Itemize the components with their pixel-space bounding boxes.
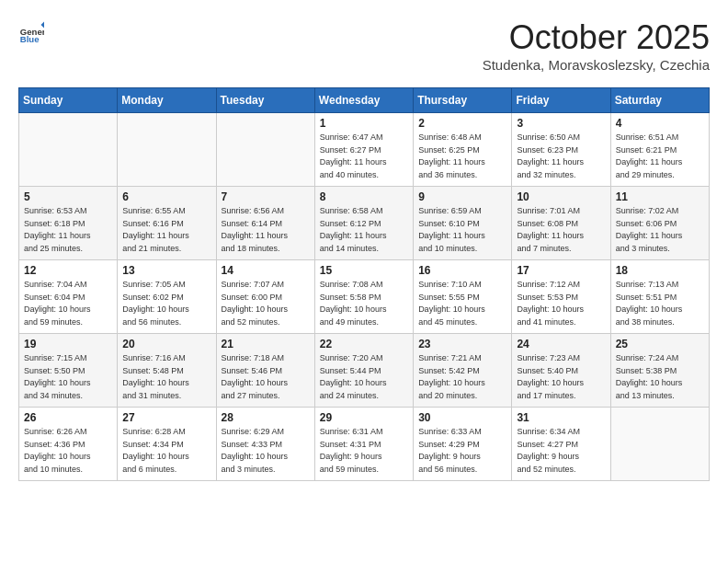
day-number: 12 [24, 264, 112, 277]
weekday-header: Saturday [610, 88, 709, 113]
calendar-cell: 20Sunrise: 7:16 AM Sunset: 5:48 PM Dayli… [118, 334, 216, 408]
title-block: October 2025 Studenka, Moravskoslezsky, … [483, 18, 710, 73]
calendar-cell: 14Sunrise: 7:07 AM Sunset: 6:00 PM Dayli… [216, 260, 314, 334]
day-number: 3 [517, 117, 605, 130]
calendar-cell: 16Sunrise: 7:10 AM Sunset: 5:55 PM Dayli… [414, 260, 512, 334]
day-number: 28 [222, 411, 310, 424]
weekday-header: Thursday [414, 88, 512, 113]
calendar-cell: 29Sunrise: 6:31 AM Sunset: 4:31 PM Dayli… [314, 408, 413, 481]
day-number: 31 [517, 411, 605, 424]
calendar-cell: 12Sunrise: 7:04 AM Sunset: 6:04 PM Dayli… [19, 260, 118, 334]
calendar-cell: 18Sunrise: 7:13 AM Sunset: 5:51 PM Dayli… [610, 260, 709, 334]
calendar-week-row: 26Sunrise: 6:26 AM Sunset: 4:36 PM Dayli… [19, 408, 710, 481]
day-info: Sunrise: 6:33 AM Sunset: 4:29 PM Dayligh… [418, 426, 506, 476]
day-info: Sunrise: 7:23 AM Sunset: 5:40 PM Dayligh… [517, 352, 605, 402]
weekday-header: Monday [118, 88, 216, 113]
calendar-cell: 24Sunrise: 7:23 AM Sunset: 5:40 PM Dayli… [512, 334, 610, 408]
day-number: 2 [418, 117, 506, 130]
day-number: 14 [222, 264, 310, 277]
calendar-week-row: 12Sunrise: 7:04 AM Sunset: 6:04 PM Dayli… [19, 260, 710, 334]
location-subtitle: Studenka, Moravskoslezsky, Czechia [483, 57, 710, 73]
calendar-cell: 8Sunrise: 6:58 AM Sunset: 6:12 PM Daylig… [314, 187, 413, 260]
day-number: 9 [418, 190, 506, 203]
calendar-cell: 25Sunrise: 7:24 AM Sunset: 5:38 PM Dayli… [610, 334, 709, 408]
calendar-cell: 27Sunrise: 6:28 AM Sunset: 4:34 PM Dayli… [118, 408, 216, 481]
page-header: General Blue October 2025 Studenka, Mora… [18, 18, 710, 73]
day-info: Sunrise: 6:59 AM Sunset: 6:10 PM Dayligh… [418, 205, 506, 255]
day-info: Sunrise: 7:12 AM Sunset: 5:53 PM Dayligh… [517, 279, 605, 328]
day-info: Sunrise: 7:01 AM Sunset: 6:08 PM Dayligh… [517, 205, 605, 255]
day-number: 15 [320, 264, 408, 277]
calendar-cell [118, 113, 216, 187]
day-info: Sunrise: 7:02 AM Sunset: 6:06 PM Dayligh… [616, 205, 704, 255]
day-number: 4 [616, 117, 704, 130]
calendar-cell: 3Sunrise: 6:50 AM Sunset: 6:23 PM Daylig… [512, 113, 610, 187]
calendar-cell [19, 113, 118, 187]
day-number: 10 [517, 190, 605, 203]
day-number: 21 [222, 338, 310, 350]
day-info: Sunrise: 6:58 AM Sunset: 6:12 PM Dayligh… [320, 205, 408, 255]
day-number: 5 [24, 190, 112, 203]
day-info: Sunrise: 7:21 AM Sunset: 5:42 PM Dayligh… [418, 352, 506, 402]
day-number: 24 [517, 338, 605, 350]
calendar-cell: 17Sunrise: 7:12 AM Sunset: 5:53 PM Dayli… [512, 260, 610, 334]
day-number: 6 [122, 190, 210, 203]
day-number: 30 [418, 411, 506, 424]
day-number: 29 [320, 411, 408, 424]
day-info: Sunrise: 6:48 AM Sunset: 6:25 PM Dayligh… [418, 132, 506, 181]
svg-text:Blue: Blue [20, 34, 40, 44]
logo: General Blue [18, 18, 44, 44]
day-number: 26 [24, 411, 112, 424]
day-number: 27 [122, 411, 210, 424]
calendar-cell [216, 113, 314, 187]
day-number: 1 [320, 117, 408, 130]
weekday-header: Friday [512, 88, 610, 113]
calendar-cell: 23Sunrise: 7:21 AM Sunset: 5:42 PM Dayli… [414, 334, 512, 408]
calendar-cell: 13Sunrise: 7:05 AM Sunset: 6:02 PM Dayli… [118, 260, 216, 334]
calendar-cell: 31Sunrise: 6:34 AM Sunset: 4:27 PM Dayli… [512, 408, 610, 481]
day-info: Sunrise: 7:07 AM Sunset: 6:00 PM Dayligh… [222, 279, 310, 328]
calendar-table: SundayMondayTuesdayWednesdayThursdayFrid… [18, 87, 710, 481]
day-info: Sunrise: 7:04 AM Sunset: 6:04 PM Dayligh… [24, 279, 112, 328]
day-info: Sunrise: 7:10 AM Sunset: 5:55 PM Dayligh… [418, 279, 506, 328]
calendar-cell: 19Sunrise: 7:15 AM Sunset: 5:50 PM Dayli… [19, 334, 118, 408]
day-info: Sunrise: 6:26 AM Sunset: 4:36 PM Dayligh… [24, 426, 112, 476]
calendar-week-row: 5Sunrise: 6:53 AM Sunset: 6:18 PM Daylig… [19, 187, 710, 260]
day-number: 8 [320, 190, 408, 203]
calendar-cell: 1Sunrise: 6:47 AM Sunset: 6:27 PM Daylig… [314, 113, 413, 187]
day-info: Sunrise: 6:28 AM Sunset: 4:34 PM Dayligh… [122, 426, 210, 476]
day-number: 11 [616, 190, 704, 203]
logo-icon: General Blue [18, 18, 44, 44]
day-info: Sunrise: 7:15 AM Sunset: 5:50 PM Dayligh… [24, 352, 112, 402]
calendar-cell: 15Sunrise: 7:08 AM Sunset: 5:58 PM Dayli… [314, 260, 413, 334]
day-number: 17 [517, 264, 605, 277]
calendar-cell: 26Sunrise: 6:26 AM Sunset: 4:36 PM Dayli… [19, 408, 118, 481]
day-info: Sunrise: 6:29 AM Sunset: 4:33 PM Dayligh… [222, 426, 310, 476]
day-info: Sunrise: 6:56 AM Sunset: 6:14 PM Dayligh… [222, 205, 310, 255]
calendar-cell: 21Sunrise: 7:18 AM Sunset: 5:46 PM Dayli… [216, 334, 314, 408]
calendar-cell: 11Sunrise: 7:02 AM Sunset: 6:06 PM Dayli… [610, 187, 709, 260]
day-info: Sunrise: 7:08 AM Sunset: 5:58 PM Dayligh… [320, 279, 408, 328]
day-info: Sunrise: 7:20 AM Sunset: 5:44 PM Dayligh… [320, 352, 408, 402]
calendar-cell: 30Sunrise: 6:33 AM Sunset: 4:29 PM Dayli… [414, 408, 512, 481]
day-number: 18 [616, 264, 704, 277]
calendar-cell: 5Sunrise: 6:53 AM Sunset: 6:18 PM Daylig… [19, 187, 118, 260]
calendar-cell: 2Sunrise: 6:48 AM Sunset: 6:25 PM Daylig… [414, 113, 512, 187]
day-info: Sunrise: 7:16 AM Sunset: 5:48 PM Dayligh… [122, 352, 210, 402]
day-info: Sunrise: 7:13 AM Sunset: 5:51 PM Dayligh… [616, 279, 704, 328]
day-info: Sunrise: 7:18 AM Sunset: 5:46 PM Dayligh… [222, 352, 310, 402]
calendar-cell: 9Sunrise: 6:59 AM Sunset: 6:10 PM Daylig… [414, 187, 512, 260]
weekday-header: Sunday [19, 88, 118, 113]
calendar-cell: 22Sunrise: 7:20 AM Sunset: 5:44 PM Dayli… [314, 334, 413, 408]
calendar-cell: 28Sunrise: 6:29 AM Sunset: 4:33 PM Dayli… [216, 408, 314, 481]
day-number: 25 [616, 338, 704, 350]
day-info: Sunrise: 6:31 AM Sunset: 4:31 PM Dayligh… [320, 426, 408, 476]
day-info: Sunrise: 6:34 AM Sunset: 4:27 PM Dayligh… [517, 426, 605, 476]
calendar-cell: 7Sunrise: 6:56 AM Sunset: 6:14 PM Daylig… [216, 187, 314, 260]
calendar-cell [610, 408, 709, 481]
day-info: Sunrise: 7:05 AM Sunset: 6:02 PM Dayligh… [122, 279, 210, 328]
day-number: 22 [320, 338, 408, 350]
day-number: 23 [418, 338, 506, 350]
calendar-week-row: 1Sunrise: 6:47 AM Sunset: 6:27 PM Daylig… [19, 113, 710, 187]
day-number: 13 [122, 264, 210, 277]
